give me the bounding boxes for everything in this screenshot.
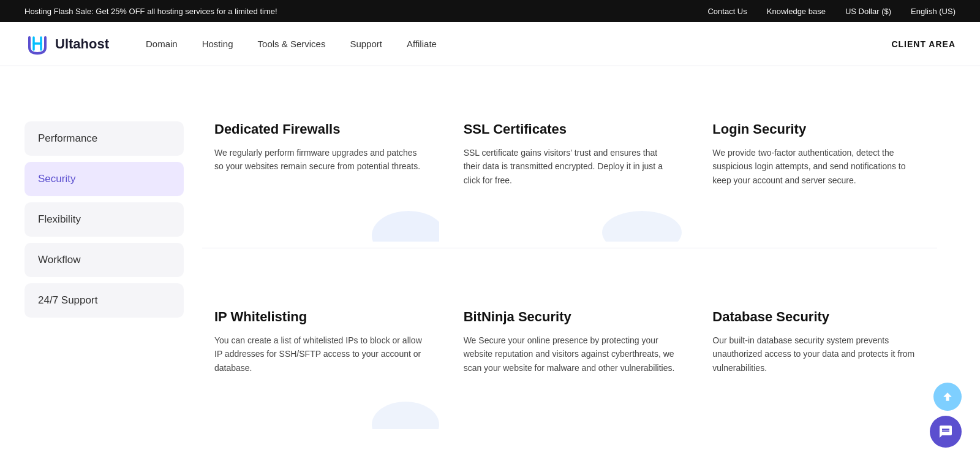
features-grid: Dedicated Firewalls We regularly perform… bbox=[184, 91, 956, 441]
chat-button[interactable] bbox=[930, 416, 962, 448]
feature-desc: Our built-in database security system pr… bbox=[712, 334, 925, 375]
top-bar: Hosting Flash Sale: Get 25% OFF all host… bbox=[0, 0, 980, 22]
nav-hosting[interactable]: Hosting bbox=[202, 39, 233, 49]
feature-dedicated-firewalls: Dedicated Firewalls We regularly perform… bbox=[202, 103, 439, 242]
feature-login-security: Login Security We provide two-factor aut… bbox=[700, 103, 937, 242]
sidebar-item-security[interactable]: Security bbox=[24, 162, 184, 196]
feature-ssl: SSL Certificates SSL certificate gains v… bbox=[451, 103, 688, 242]
sidebar-item-flexibility[interactable]: Flexibility bbox=[24, 202, 184, 237]
main-content: Performance Security Flexibility Workflo… bbox=[0, 66, 980, 466]
sidebar: Performance Security Flexibility Workflo… bbox=[24, 91, 184, 441]
feature-bitninja: BitNinja Security We Secure your online … bbox=[451, 291, 688, 429]
logo-text: Ultahost bbox=[55, 36, 109, 52]
feature-title: Dedicated Firewalls bbox=[214, 121, 427, 137]
logo[interactable]: Ultahost bbox=[24, 31, 109, 57]
feature-title: IP Whitelisting bbox=[214, 309, 427, 325]
feature-desc: We regularly perform firmware upgrades a… bbox=[214, 146, 427, 174]
knowledge-base-link[interactable]: Knowledge base bbox=[767, 7, 826, 16]
currency-selector[interactable]: US Dollar ($) bbox=[845, 7, 891, 16]
feature-desc: We Secure your online presence by protec… bbox=[464, 334, 676, 375]
contact-us-link[interactable]: Contact Us bbox=[707, 7, 747, 16]
language-selector[interactable]: English (US) bbox=[911, 7, 956, 16]
navbar: Ultahost Domain Hosting Tools & Services… bbox=[0, 22, 980, 66]
feature-desc: We provide two-factor authentication, de… bbox=[712, 146, 925, 187]
row-divider bbox=[202, 248, 937, 248]
nav-links: Domain Hosting Tools & Services Support … bbox=[146, 39, 891, 49]
nav-support[interactable]: Support bbox=[350, 39, 382, 49]
feature-ip-whitelisting: IP Whitelisting You can create a list of… bbox=[202, 291, 439, 429]
promo-text: Hosting Flash Sale: Get 25% OFF all host… bbox=[24, 7, 707, 16]
client-area-button[interactable]: CLIENT AREA bbox=[891, 39, 956, 49]
nav-domain[interactable]: Domain bbox=[146, 39, 178, 49]
feature-database-security: Database Security Our built-in database … bbox=[700, 291, 937, 429]
arrow-up-icon bbox=[941, 391, 954, 403]
top-bar-links: Contact Us Knowledge base US Dollar ($) … bbox=[707, 7, 956, 16]
feature-title: BitNinja Security bbox=[464, 309, 676, 325]
nav-affiliate[interactable]: Affiliate bbox=[407, 39, 437, 49]
sidebar-item-workflow[interactable]: Workflow bbox=[24, 243, 184, 277]
feature-title: Database Security bbox=[712, 309, 925, 325]
feature-title: SSL Certificates bbox=[464, 121, 676, 137]
sidebar-item-support[interactable]: 24/7 Support bbox=[24, 283, 184, 318]
nav-tools[interactable]: Tools & Services bbox=[258, 39, 326, 49]
feature-desc: You can create a list of whitelisted IPs… bbox=[214, 334, 427, 375]
feature-desc: SSL certificate gains visitors' trust an… bbox=[464, 146, 676, 187]
chat-icon bbox=[938, 424, 953, 439]
feature-title: Login Security bbox=[712, 121, 925, 137]
logo-icon bbox=[24, 31, 50, 57]
sidebar-item-performance[interactable]: Performance bbox=[24, 121, 184, 156]
scroll-top-button[interactable] bbox=[933, 383, 962, 411]
